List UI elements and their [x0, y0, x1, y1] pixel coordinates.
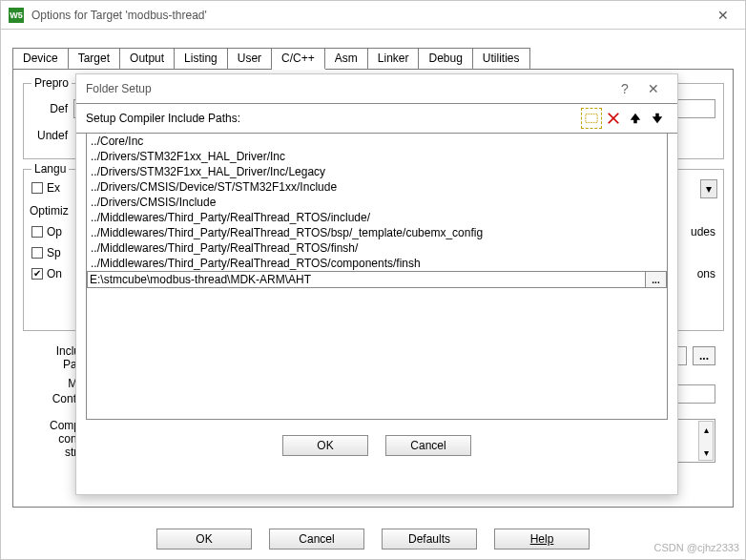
svg-rect-0 — [586, 114, 597, 123]
arrow-up-icon[interactable]: ▴ — [699, 422, 713, 437]
new-folder-icon[interactable] — [581, 108, 602, 129]
tab-listing[interactable]: Listing — [175, 48, 228, 70]
list-item[interactable]: ../Drivers/CMSIS/Device/ST/STM32F1xx/Inc… — [87, 179, 667, 195]
tab-target[interactable]: Target — [69, 48, 120, 70]
chk-optimize-time[interactable]: Op — [31, 225, 62, 239]
svg-marker-3 — [631, 114, 641, 124]
dialog-button-row: OK Cancel Defaults Help — [1, 529, 745, 550]
checkbox-icon — [31, 182, 43, 194]
include-paths-label: Inclu Pat — [27, 344, 80, 371]
title-bar: W5 Options for Target 'modbus-thread' ✕ — [1, 1, 745, 30]
watermark-text: CSDN @cjhz2333 — [654, 542, 739, 553]
move-down-icon[interactable] — [647, 108, 668, 129]
list-item[interactable]: ../Middlewares/Third_Party/RealThread_RT… — [87, 256, 667, 271]
list-item[interactable]: ../Drivers/STM32F1xx_HAL_Driver/Inc/Lega… — [87, 164, 667, 179]
tab-utilities[interactable]: Utilities — [473, 48, 530, 70]
list-item[interactable]: ../Middlewares/Third_Party/RealThread_RT… — [87, 240, 667, 256]
folder-setup-dialog: Folder Setup ? ✕ Setup Compiler Include … — [75, 73, 678, 495]
check-icon: ✔ — [31, 268, 43, 280]
list-item[interactable]: ../Middlewares/Third_Party/RealThread_RT… — [87, 225, 667, 240]
controls-label: Contr — [27, 392, 80, 405]
warnings-combo[interactable]: ▾ — [700, 179, 717, 198]
app-icon: W5 — [9, 8, 24, 23]
no-includes-frag: udes — [691, 225, 715, 239]
arrow-down-icon[interactable]: ▾ — [699, 445, 713, 460]
delete-icon[interactable] — [603, 108, 624, 129]
close-icon[interactable]: ✕ — [709, 8, 737, 23]
compiler-ctrl-label: Comp cont stri — [27, 419, 80, 459]
move-up-icon[interactable] — [625, 108, 646, 129]
list-item-editing[interactable]: ... — [87, 271, 667, 288]
compiler-ctrl-scroll[interactable]: ▴ ▾ — [698, 421, 714, 461]
close-icon[interactable]: ✕ — [639, 81, 668, 96]
list-item[interactable]: ../Drivers/CMSIS/Include — [87, 195, 667, 210]
misc-controls-input[interactable] — [675, 384, 715, 404]
list-item[interactable]: ../Core/Inc — [87, 134, 667, 149]
modal-cancel-button[interactable]: Cancel — [385, 435, 471, 456]
svg-marker-4 — [653, 114, 663, 124]
optimization-label: Optimiz — [30, 204, 69, 218]
toolbar-label: Setup Compiler Include Paths: — [86, 112, 580, 125]
extensions-frag: ons — [697, 267, 715, 280]
misc-label: Mi — [27, 377, 80, 390]
window-title: Options for Target 'modbus-thread' — [31, 9, 709, 22]
help-icon[interactable]: ? — [611, 81, 639, 96]
list-item[interactable]: ../Drivers/STM32F1xx_HAL_Driver/Inc — [87, 149, 667, 164]
modal-toolbar: Setup Compiler Include Paths: — [76, 103, 677, 134]
modal-button-row: OK Cancel — [76, 435, 677, 456]
tab-output[interactable]: Output — [120, 48, 175, 70]
define-label: Def — [31, 102, 73, 115]
chk-execute-only[interactable]: Ex — [31, 181, 60, 195]
undefine-label: Undef — [31, 129, 73, 142]
browse-button[interactable]: ... — [645, 272, 666, 287]
modal-ok-button[interactable]: OK — [282, 435, 368, 456]
tab-device[interactable]: Device — [12, 48, 69, 70]
cancel-button[interactable]: Cancel — [269, 529, 364, 550]
group-preprocessor-legend: Prepro — [31, 76, 72, 90]
tab-user[interactable]: User — [228, 48, 272, 70]
checkbox-icon — [31, 247, 43, 259]
group-language-legend: Langu — [31, 162, 69, 176]
path-edit-input[interactable] — [88, 272, 645, 287]
include-paths-list[interactable]: ../Core/Inc ../Drivers/STM32F1xx_HAL_Dri… — [86, 134, 668, 420]
tab-cpp[interactable]: C/C++ — [272, 48, 325, 70]
options-window: W5 Options for Target 'modbus-thread' ✕ … — [0, 0, 746, 560]
chk-split-load[interactable]: Sp — [31, 246, 61, 259]
defaults-button[interactable]: Defaults — [382, 529, 477, 550]
tab-linker[interactable]: Linker — [368, 48, 420, 70]
modal-title-bar: Folder Setup ? ✕ — [76, 74, 677, 103]
help-button[interactable]: Help — [494, 529, 590, 550]
list-item[interactable]: ../Middlewares/Third_Party/RealThread_RT… — [87, 210, 667, 225]
tab-strip: Device Target Output Listing User C/C++ … — [1, 43, 745, 69]
chk-one-elf[interactable]: ✔ On — [31, 267, 62, 280]
checkbox-icon — [31, 226, 43, 238]
tab-debug[interactable]: Debug — [419, 48, 472, 70]
modal-title: Folder Setup — [86, 82, 611, 95]
ok-button[interactable]: OK — [156, 529, 252, 550]
tab-asm[interactable]: Asm — [325, 48, 368, 70]
include-paths-browse[interactable]: ... — [693, 346, 715, 365]
